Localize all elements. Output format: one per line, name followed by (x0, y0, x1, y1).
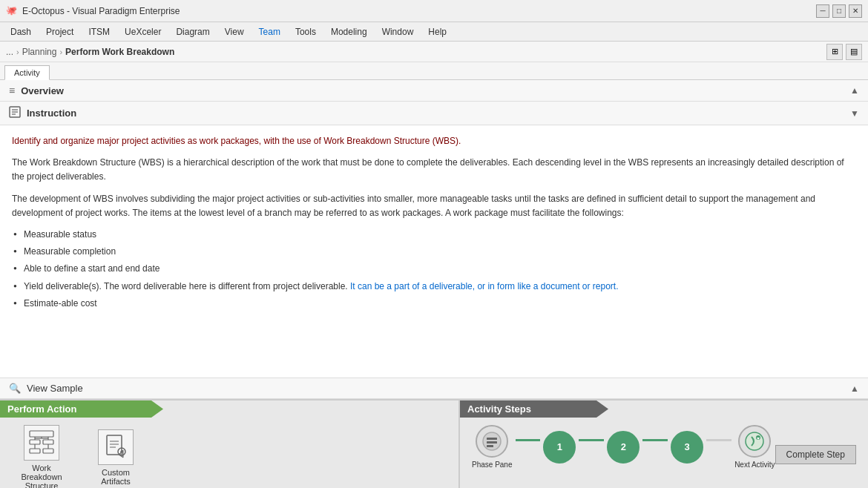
app-icon: 🐙 (6, 5, 18, 17)
breadcrumb-ellipsis[interactable]: ... › (6, 47, 22, 57)
complete-step-button[interactable]: Complete Step (775, 445, 856, 464)
minimize-button[interactable]: ─ (816, 4, 829, 18)
menu-item-itsm[interactable]: ITSM (81, 24, 117, 39)
breadcrumb-tools: ⊞ ▤ (826, 44, 862, 60)
perform-action-panel: Perform Action (0, 400, 460, 488)
svg-rect-4 (30, 431, 53, 437)
step-3[interactable]: 3 (671, 431, 703, 464)
svg-rect-24 (487, 441, 497, 444)
artifacts-item[interactable]: Custom Artifacts (86, 429, 145, 486)
list-item-3: Able to define a start and end date (24, 262, 856, 276)
next-label: Next Activity (734, 461, 775, 469)
menu-item-project[interactable]: Project (39, 24, 81, 39)
instruction-para3: The development of WBS involves subdivid… (12, 192, 856, 220)
activity-steps-header: Activity Steps (460, 400, 608, 418)
steps-row: Phase Pane 1 2 3 (460, 422, 868, 472)
artifacts-label: Custom Artifacts (86, 468, 145, 486)
svg-rect-5 (30, 440, 40, 444)
overview-title: Overview (21, 85, 850, 96)
connector-3 (642, 439, 668, 441)
menu-item-tools[interactable]: Tools (288, 24, 323, 39)
menu-bar: Dash Project ITSM UeXceler Diagram View … (0, 22, 868, 42)
activity-steps-panel: Activity Steps Phase Pane (460, 400, 868, 488)
list-item-1: Measurable status (24, 228, 856, 242)
list-item-2: Measurable completion (24, 245, 856, 259)
step-1[interactable]: 1 (543, 431, 576, 464)
maximize-button[interactable]: □ (832, 4, 846, 18)
view-sample-label: View Sample (27, 383, 850, 394)
instruction-icon (9, 106, 21, 120)
title-bar-controls: ─ □ ✕ (816, 4, 862, 18)
breadcrumb: ... › Planning › Perform Work Breakdown … (0, 42, 868, 62)
menu-item-uexceler[interactable]: UeXceler (117, 24, 168, 39)
menu-item-modeling[interactable]: Modeling (323, 24, 375, 39)
artifacts-icon (98, 429, 134, 465)
connector-2 (579, 439, 604, 441)
menu-item-diagram[interactable]: Diagram (168, 24, 217, 39)
perform-action-header: Perform Action (0, 400, 163, 418)
step-1-circle: 1 (543, 431, 576, 464)
menu-item-view[interactable]: View (217, 24, 251, 39)
menu-item-window[interactable]: Window (375, 24, 421, 39)
view-sample-collapse-icon: ▲ (850, 383, 859, 394)
step-next: Next Activity (734, 425, 775, 469)
svg-rect-12 (43, 449, 53, 453)
svg-rect-11 (30, 449, 40, 453)
phase-label: Phase Pane (472, 461, 513, 469)
search-icon: 🔍 (9, 383, 21, 394)
list-item-4: Yield deliverable(s). The word deliverab… (24, 280, 856, 294)
title-bar: 🐙 E-Octopus - Visual Paradigm Enterprise… (0, 0, 868, 22)
step-phase: Phase Pane (472, 425, 513, 469)
connector-1 (516, 439, 541, 441)
instruction-para2: The Work Breakdown Structure (WBS) is a … (12, 156, 856, 184)
breadcrumb-tool-panel[interactable]: ▤ (846, 44, 862, 60)
menu-item-dash[interactable]: Dash (3, 24, 39, 39)
wbs-label: Work Breakdown Structure (12, 464, 71, 488)
instruction-section-header[interactable]: Instruction ▼ (0, 102, 868, 125)
tab-activity[interactable]: Activity (4, 65, 50, 80)
instruction-title: Instruction (27, 108, 850, 119)
instruction-list: Measurable status Measurable completion … (12, 228, 856, 311)
svg-rect-23 (487, 438, 497, 440)
breadcrumb-parent[interactable]: Planning › (22, 47, 65, 57)
step-3-circle: 3 (671, 431, 703, 464)
menu-item-team[interactable]: Team (251, 24, 288, 39)
close-button[interactable]: ✕ (849, 4, 862, 18)
wbs-item[interactable]: Work Breakdown Structure (12, 425, 71, 488)
instruction-para1: Identify and organize major project acti… (12, 134, 856, 148)
breadcrumb-tool-grid[interactable]: ⊞ (826, 44, 843, 60)
overview-icon: ≡ (9, 85, 15, 96)
svg-rect-6 (43, 440, 53, 444)
svg-rect-15 (107, 435, 122, 455)
svg-rect-25 (487, 445, 493, 447)
breadcrumb-current: Perform Work Breakdown (65, 47, 174, 57)
title-bar-text: E-Octopus - Visual Paradigm Enterprise (22, 6, 816, 16)
instruction-collapse-icon: ▼ (850, 108, 859, 119)
bottom-panel: Perform Action (0, 399, 868, 488)
main-content: ≡ Overview ▲ Instruction ▼ Identify and … (0, 80, 868, 488)
overview-collapse-icon: ▲ (850, 85, 859, 96)
instruction-section: Instruction ▼ Identify and organize majo… (0, 102, 868, 377)
step-2[interactable]: 2 (607, 431, 640, 464)
wbs-icon (24, 425, 59, 461)
next-circle (738, 425, 771, 458)
connector-4 (706, 439, 731, 441)
perform-action-items: Work Breakdown Structure (0, 422, 458, 488)
list-item-5: Estimate-able cost (24, 297, 856, 311)
menu-item-help[interactable]: Help (421, 24, 454, 39)
phase-circle (476, 425, 508, 458)
overview-section-header[interactable]: ≡ Overview ▲ (0, 80, 868, 102)
instruction-content: Identify and organize major project acti… (0, 125, 868, 340)
step-2-circle: 2 (607, 431, 640, 464)
view-sample-bar[interactable]: 🔍 View Sample ▲ (0, 377, 868, 399)
tab-bar: Activity (0, 62, 868, 80)
